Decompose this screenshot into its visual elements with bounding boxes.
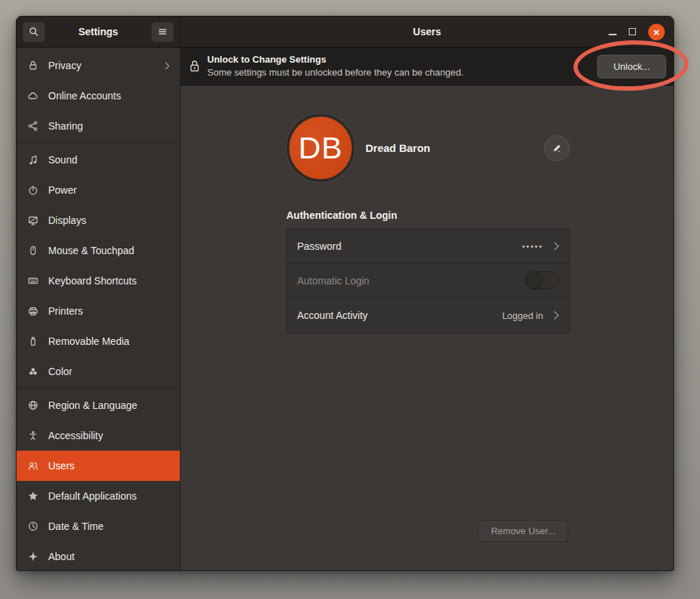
sidebar-item-privacy[interactable]: Privacy — [17, 50, 180, 81]
sidebar-separator — [17, 388, 180, 389]
display-icon — [27, 215, 39, 226]
chevron-right-icon — [163, 62, 170, 69]
auth-settings-list: Password ••••• Automatic Login Acc — [286, 228, 570, 333]
automatic-login-row: Automatic Login — [287, 264, 569, 298]
sidebar-separator — [17, 143, 180, 143]
sidebar-item-label: Keyboard Shortcuts — [48, 275, 137, 287]
sidebar-item-mouse-touchpad[interactable]: Mouse & Touchpad — [17, 235, 180, 266]
star-icon — [27, 490, 39, 502]
sidebar-item-label: Sharing — [48, 120, 83, 132]
cloud-icon — [27, 90, 39, 102]
password-row[interactable]: Password ••••• — [287, 229, 569, 264]
sidebar-item-label: Displays — [48, 215, 86, 226]
unlock-button[interactable]: Unlock... — [597, 55, 666, 78]
sidebar-item-color[interactable]: Color — [17, 356, 180, 387]
edit-name-button[interactable] — [544, 135, 570, 161]
sidebar-item-label: Power — [48, 184, 77, 196]
sidebar-item-printers[interactable]: Printers — [17, 296, 180, 326]
sidebar-item-label: Printers — [48, 305, 83, 317]
sidebar: Privacy Online Accounts Sharing — [17, 48, 181, 570]
sidebar-item-label: Region & Language — [48, 400, 137, 411]
sidebar-item-default-applications[interactable]: Default Applications — [17, 481, 180, 511]
sparkle-icon — [27, 551, 39, 562]
panel-header: Users × — [181, 17, 673, 47]
sidebar-item-label: Removable Media — [48, 335, 129, 347]
user-name: Dread Baron — [365, 142, 430, 154]
sidebar-item-label: Sound — [48, 154, 77, 166]
keyboard-icon — [27, 275, 39, 287]
music-note-icon — [27, 154, 39, 166]
sidebar-item-sound[interactable]: Sound — [17, 145, 180, 175]
account-activity-value: Logged in — [502, 310, 543, 321]
clock-icon — [27, 521, 39, 532]
chevron-right-icon — [550, 242, 558, 250]
sidebar-item-label: Default Applications — [48, 490, 137, 502]
account-activity-label: Account Activity — [297, 310, 368, 321]
sidebar-item-sharing[interactable]: Sharing — [17, 111, 180, 141]
sidebar-item-label: About — [48, 551, 75, 562]
chevron-right-icon — [550, 311, 558, 319]
sidebar-item-online-accounts[interactable]: Online Accounts — [17, 81, 180, 111]
toggle-knob — [525, 271, 543, 289]
minimize-icon[interactable] — [609, 34, 617, 35]
sidebar-item-users[interactable]: Users — [17, 451, 180, 481]
share-icon — [27, 120, 39, 132]
users-content: DB Dread Baron Authentication & Login Pa… — [181, 86, 673, 570]
users-icon — [27, 460, 39, 472]
sidebar-item-date-time[interactable]: Date & Time — [17, 511, 180, 541]
lock-icon — [27, 60, 39, 71]
sidebar-item-displays[interactable]: Displays — [17, 205, 180, 235]
main-panel: Unlock to Change Settings Some settings … — [181, 48, 673, 570]
mouse-icon — [27, 245, 39, 256]
password-dots: ••••• — [522, 242, 543, 251]
settings-title: Settings — [78, 26, 118, 37]
globe-icon — [27, 400, 39, 411]
sidebar-item-label: Users — [48, 460, 75, 472]
titlebar: Settings Users × — [17, 17, 673, 48]
sidebar-item-keyboard-shortcuts[interactable]: Keyboard Shortcuts — [17, 266, 180, 296]
sidebar-item-accessibility[interactable]: Accessibility — [17, 420, 180, 451]
sidebar-item-label: Date & Time — [48, 521, 104, 532]
avatar[interactable]: DB — [286, 114, 355, 182]
account-activity-row[interactable]: Account Activity Logged in — [287, 298, 569, 333]
lock-icon — [189, 60, 200, 73]
automatic-login-label: Automatic Login — [297, 275, 369, 287]
unlock-banner-subtitle: Some settings must be unlocked before th… — [207, 66, 463, 79]
sidebar-item-label: Online Accounts — [48, 90, 121, 102]
power-icon — [27, 184, 39, 196]
color-circles-icon — [27, 366, 39, 377]
maximize-icon[interactable] — [629, 28, 636, 35]
sidebar-item-region-language[interactable]: Region & Language — [17, 390, 180, 420]
menu-button[interactable] — [151, 22, 174, 42]
sidebar-item-label: Mouse & Touchpad — [48, 245, 135, 256]
password-label: Password — [297, 240, 341, 252]
window-controls: × — [609, 17, 665, 47]
sidebar-item-about[interactable]: About — [17, 541, 180, 570]
automatic-login-toggle[interactable] — [525, 271, 559, 289]
printer-icon — [27, 305, 39, 317]
sidebar-item-removable-media[interactable]: Removable Media — [17, 326, 180, 356]
auth-section-title: Authentication & Login — [286, 210, 397, 221]
accessibility-icon — [27, 430, 39, 441]
unlock-banner: Unlock to Change Settings Some settings … — [181, 48, 673, 86]
sidebar-item-label: Privacy — [48, 60, 81, 71]
usb-drive-icon — [27, 335, 39, 347]
sidebar-item-label: Color — [48, 366, 72, 377]
settings-window: Settings Users × Pr — [16, 16, 674, 571]
sidebar-item-label: Accessibility — [48, 430, 103, 441]
remove-user-button[interactable]: Remove User... — [478, 520, 568, 542]
unlock-banner-text: Unlock to Change Settings Some settings … — [207, 53, 463, 78]
close-icon[interactable]: × — [648, 24, 665, 40]
unlock-banner-title: Unlock to Change Settings — [207, 53, 463, 66]
search-button[interactable] — [22, 22, 45, 42]
panel-title: Users — [413, 26, 441, 37]
sidebar-header: Settings — [17, 17, 181, 47]
sidebar-item-power[interactable]: Power — [17, 175, 180, 205]
edit-pencil-icon — [552, 143, 563, 153]
search-icon — [28, 26, 40, 37]
user-header: DB Dread Baron — [286, 114, 570, 182]
menu-icon — [157, 26, 168, 37]
